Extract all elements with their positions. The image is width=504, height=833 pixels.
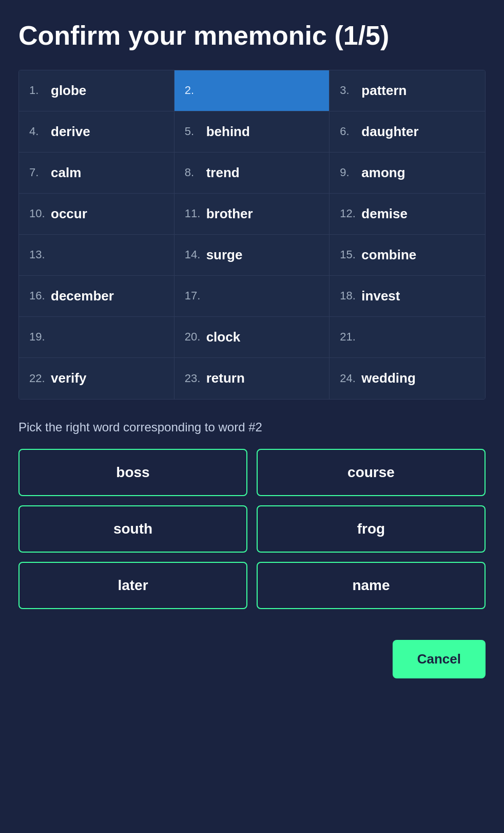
grid-cell-23: 23.return <box>175 358 330 399</box>
cell-number: 22. <box>29 372 46 385</box>
grid-cell-6: 6.daughter <box>329 111 485 153</box>
cell-number: 21. <box>340 330 356 344</box>
cancel-button[interactable]: Cancel <box>393 640 486 678</box>
cell-number: 11. <box>185 207 201 220</box>
cell-word: occur <box>51 206 87 222</box>
cell-number: 18. <box>340 289 356 302</box>
word-grid: 1.globe2.3.pattern4.derive5.behind6.daug… <box>18 70 486 400</box>
cell-word: trend <box>206 165 240 181</box>
cell-number: 20. <box>185 330 201 344</box>
cell-word: surge <box>206 247 243 263</box>
cell-number: 13. <box>29 248 46 261</box>
grid-cell-19: 19. <box>19 317 175 358</box>
answer-button-1[interactable]: boss <box>18 449 247 496</box>
cell-number: 9. <box>340 166 356 179</box>
grid-cell-20: 20.clock <box>175 317 330 358</box>
cell-number: 19. <box>29 330 46 344</box>
footer-row: Cancel <box>18 635 486 678</box>
grid-cell-2: 2. <box>175 70 330 111</box>
grid-cell-21: 21. <box>329 317 485 358</box>
cell-word: verify <box>51 370 86 386</box>
grid-cell-3: 3.pattern <box>329 70 485 111</box>
answer-button-2[interactable]: course <box>257 449 486 496</box>
cell-word: clock <box>206 329 241 345</box>
grid-cell-7: 7.calm <box>19 153 175 194</box>
cell-word: demise <box>361 206 408 222</box>
answer-grid: bosscoursesouthfroglatername <box>18 449 486 609</box>
cell-number: 4. <box>29 125 46 138</box>
page-title: Confirm your mnemonic (1/5) <box>18 21 486 51</box>
cell-word: return <box>206 370 245 386</box>
cell-word: wedding <box>361 370 415 386</box>
cell-word: brother <box>206 206 253 222</box>
grid-cell-22: 22.verify <box>19 358 175 399</box>
prompt-text: Pick the right word corresponding to wor… <box>18 420 486 434</box>
grid-cell-8: 8.trend <box>175 153 330 194</box>
cell-number: 2. <box>185 84 201 97</box>
grid-cell-4: 4.derive <box>19 111 175 153</box>
cell-word: invest <box>361 288 400 304</box>
grid-cell-14: 14.surge <box>175 235 330 276</box>
grid-cell-16: 16.december <box>19 276 175 317</box>
grid-cell-24: 24.wedding <box>329 358 485 399</box>
cell-word: december <box>51 288 114 304</box>
cell-number: 6. <box>340 125 356 138</box>
grid-cell-15: 15.combine <box>329 235 485 276</box>
cell-word: among <box>361 165 405 181</box>
cell-number: 7. <box>29 166 46 179</box>
cell-word: combine <box>361 247 416 263</box>
cell-number: 15. <box>340 248 356 261</box>
grid-cell-17: 17. <box>175 276 330 317</box>
answer-button-4[interactable]: frog <box>257 505 486 553</box>
cell-number: 14. <box>185 248 201 261</box>
grid-cell-9: 9.among <box>329 153 485 194</box>
grid-cell-1: 1.globe <box>19 70 175 111</box>
cell-word: calm <box>51 165 81 181</box>
cell-number: 3. <box>340 84 356 97</box>
cell-word: derive <box>51 124 90 140</box>
grid-cell-13: 13. <box>19 235 175 276</box>
grid-cell-11: 11.brother <box>175 194 330 235</box>
cell-number: 12. <box>340 207 356 220</box>
cell-number: 16. <box>29 289 46 302</box>
cell-number: 17. <box>185 289 201 302</box>
cell-number: 23. <box>185 372 201 385</box>
cell-word: globe <box>51 83 86 99</box>
cell-number: 8. <box>185 166 201 179</box>
cell-number: 5. <box>185 125 201 138</box>
cell-word: pattern <box>361 83 406 99</box>
cell-number: 10. <box>29 207 46 220</box>
answer-button-5[interactable]: later <box>18 562 247 609</box>
cell-number: 1. <box>29 84 46 97</box>
answer-button-3[interactable]: south <box>18 505 247 553</box>
cell-word: behind <box>206 124 250 140</box>
answer-button-6[interactable]: name <box>257 562 486 609</box>
grid-cell-10: 10.occur <box>19 194 175 235</box>
cell-number: 24. <box>340 372 356 385</box>
grid-cell-12: 12.demise <box>329 194 485 235</box>
grid-cell-5: 5.behind <box>175 111 330 153</box>
cell-word: daughter <box>361 124 418 140</box>
grid-cell-18: 18.invest <box>329 276 485 317</box>
